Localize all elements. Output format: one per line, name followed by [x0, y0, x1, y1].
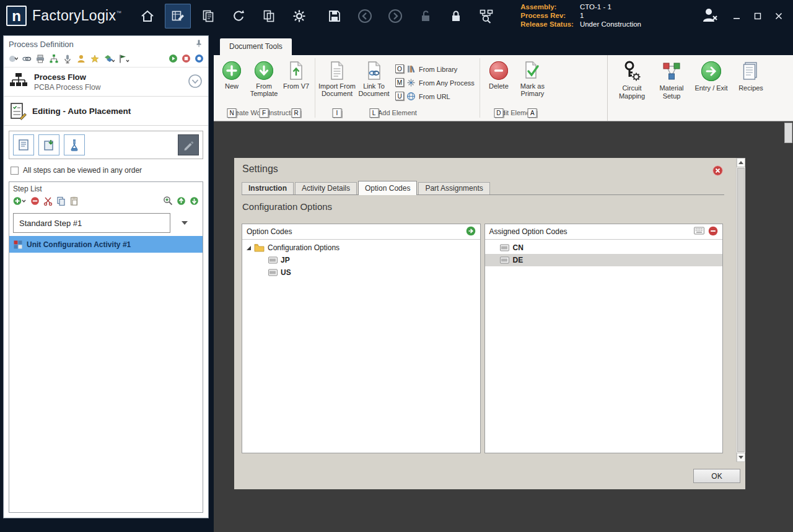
assigned-code-label: DE: [513, 256, 524, 264]
document-icon: [329, 61, 345, 81]
move-up-button[interactable]: [177, 196, 186, 207]
option-code-row[interactable]: JP: [242, 254, 480, 266]
close-window-button[interactable]: [774, 12, 783, 20]
process-flow-row[interactable]: Process Flow PCBA Process Flow: [4, 68, 208, 97]
page-up-icon: [288, 61, 304, 81]
import-document-button[interactable]: [38, 134, 59, 155]
remove-assigned-button[interactable]: [708, 226, 718, 238]
activity-row[interactable]: Unit Configuration Activity #1: [9, 236, 203, 253]
titlebar: n FactoryLogix™: [0, 0, 793, 32]
remove-step-button[interactable]: [30, 196, 40, 207]
trademark: ™: [116, 10, 121, 16]
editing-row: Editing - Auto Placement: [4, 97, 208, 126]
print-icon: [35, 54, 45, 64]
globe-icon: [406, 92, 416, 101]
copy-step-button[interactable]: [56, 196, 66, 207]
edit-document-button[interactable]: [178, 134, 199, 155]
assigned-code-row[interactable]: CN: [485, 242, 723, 254]
flow-tree-button[interactable]: [49, 54, 59, 66]
options-dropdown-button[interactable]: [8, 54, 18, 66]
new-instruction-button[interactable]: New N: [216, 58, 248, 108]
cut-icon: [43, 196, 53, 206]
assembly-label: Assembly:: [520, 3, 574, 11]
tab-option-codes[interactable]: Option Codes: [358, 181, 417, 195]
status-button[interactable]: [195, 54, 204, 65]
options-dropdown-icon: [8, 54, 18, 64]
move-down-button[interactable]: [190, 196, 199, 207]
documents-button[interactable]: [195, 4, 221, 28]
pin-button[interactable]: [195, 39, 203, 50]
from-v7-button[interactable]: From V7 R: [280, 58, 312, 108]
keytip-from-any-process: M: [395, 78, 404, 87]
assembly-value: CTO-1 - 1: [580, 3, 641, 11]
circuit-mapping-button[interactable]: Circuit Mapping: [613, 59, 651, 121]
edit-codes-button[interactable]: [694, 227, 704, 237]
process-editor-button[interactable]: [165, 4, 191, 28]
unlock-button[interactable]: [413, 4, 439, 28]
new-document-button[interactable]: [13, 134, 34, 155]
cut-step-button[interactable]: [43, 196, 53, 207]
activity-icon: [14, 240, 22, 249]
dialog-scrollbar[interactable]: [736, 158, 745, 462]
layers-button[interactable]: [103, 54, 115, 66]
from-template-button[interactable]: From Template F: [248, 58, 280, 108]
link-to-document-button[interactable]: Link To Document L: [356, 58, 392, 108]
tree-expand-toggle[interactable]: [247, 246, 251, 250]
tab-activity-details[interactable]: Activity Details: [295, 182, 357, 194]
canvas-scrollbar-stub[interactable]: [784, 123, 792, 143]
copy-pages-button[interactable]: [256, 4, 282, 28]
import-from-document-button[interactable]: Import From Document I: [318, 58, 356, 108]
step-combo-caret-button[interactable]: [170, 221, 199, 225]
settings-button[interactable]: [286, 4, 312, 28]
option-code-row[interactable]: US: [242, 266, 480, 279]
save-button[interactable]: [322, 4, 348, 28]
flag-button[interactable]: [118, 54, 129, 66]
dialog-close-button[interactable]: [712, 165, 723, 176]
recipes-button[interactable]: Recipes: [732, 59, 770, 121]
forward-button[interactable]: [382, 4, 408, 28]
add-step-button[interactable]: [13, 196, 27, 207]
save-icon: [327, 9, 342, 24]
stop-button[interactable]: [182, 54, 191, 65]
scroll-thumb[interactable]: [737, 168, 745, 452]
test-document-button[interactable]: [64, 134, 85, 155]
link-button[interactable]: [22, 54, 32, 66]
scroll-down-button[interactable]: [737, 453, 745, 462]
ok-button[interactable]: OK: [693, 469, 740, 483]
user-button[interactable]: [700, 6, 719, 26]
scroll-up-button[interactable]: [737, 158, 745, 167]
minimize-button[interactable]: [732, 12, 741, 20]
panel-toolbar: [4, 52, 208, 68]
entry-exit-button[interactable]: Entry / Exit: [692, 59, 730, 121]
delete-element-button[interactable]: Delete D: [483, 58, 515, 108]
tab-instruction[interactable]: Instruction: [242, 182, 294, 194]
from-any-process-button[interactable]: M From Any Process: [399, 77, 475, 89]
tab-part-assignments[interactable]: Part Assignments: [418, 182, 489, 194]
from-url-button[interactable]: U From URL: [399, 90, 475, 102]
lock-button[interactable]: [443, 4, 469, 28]
assign-option-button[interactable]: [466, 226, 476, 238]
print-button[interactable]: [35, 54, 45, 66]
download-circle-icon: [255, 61, 273, 80]
tools-button[interactable]: [90, 54, 100, 66]
from-library-button[interactable]: O From Library: [399, 63, 475, 75]
operator-button[interactable]: [76, 54, 86, 66]
assigned-code-row[interactable]: DE: [485, 254, 723, 266]
step-combo[interactable]: Standard Step #1: [13, 213, 170, 233]
material-setup-button[interactable]: Material Setup: [652, 59, 691, 121]
start-button[interactable]: [169, 54, 178, 65]
collapse-button[interactable]: [188, 74, 203, 90]
sync-button[interactable]: [226, 4, 252, 28]
tab-document-tools[interactable]: Document Tools: [220, 38, 292, 55]
view-order-checkbox[interactable]: [11, 167, 19, 175]
paste-step-button[interactable]: [69, 196, 79, 207]
back-button[interactable]: [352, 4, 378, 28]
step-selector: Standard Step #1: [13, 213, 199, 233]
maximize-button[interactable]: [753, 12, 762, 20]
process-search-button[interactable]: [473, 4, 499, 28]
microphone-button[interactable]: [63, 54, 72, 66]
tree-root-row[interactable]: Configuration Options: [242, 242, 480, 254]
mark-as-primary-button[interactable]: Mark as Primary A: [515, 58, 550, 108]
zoom-step-button[interactable]: [163, 196, 173, 207]
home-button[interactable]: [134, 4, 160, 28]
